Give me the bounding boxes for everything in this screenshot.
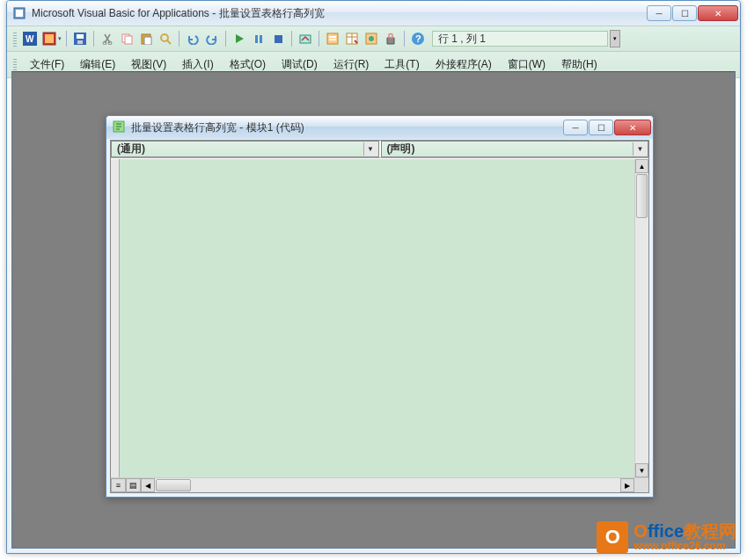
project-explorer-icon[interactable] bbox=[324, 30, 341, 47]
watermark-logo: O bbox=[597, 521, 628, 553]
vertical-scrollbar[interactable]: ▲ ▼ bbox=[634, 159, 648, 477]
margin-indicator-bar bbox=[111, 159, 120, 477]
watermark: O Office教程网 www.office26.com bbox=[597, 521, 736, 553]
app-icon bbox=[12, 6, 26, 20]
svg-rect-7 bbox=[77, 34, 84, 39]
chevron-down-icon[interactable]: ▼ bbox=[363, 142, 377, 156]
scroll-up-arrow-icon[interactable]: ▲ bbox=[635, 159, 648, 173]
main-window: Microsoft Visual Basic for Applications … bbox=[6, 0, 741, 554]
dropdown-arrow-icon[interactable]: ▾ bbox=[58, 35, 62, 42]
cut-icon[interactable] bbox=[99, 30, 116, 47]
scroll-corner bbox=[634, 478, 648, 492]
chevron-down-icon[interactable]: ▼ bbox=[633, 142, 647, 156]
module-icon bbox=[112, 120, 126, 136]
switch-app-icon[interactable] bbox=[40, 30, 58, 47]
toolbar: W ▾ ? 行 1 , 列 1 bbox=[7, 25, 740, 52]
code-text-area[interactable] bbox=[120, 159, 648, 477]
stop-icon[interactable] bbox=[269, 30, 287, 47]
undo-icon[interactable] bbox=[184, 30, 201, 47]
scroll-right-arrow-icon[interactable]: ▶ bbox=[620, 478, 634, 492]
scroll-left-arrow-icon[interactable]: ◀ bbox=[141, 478, 155, 492]
svg-line-16 bbox=[167, 40, 171, 44]
close-button[interactable]: ✕ bbox=[698, 5, 738, 21]
redo-icon[interactable] bbox=[203, 30, 221, 47]
code-maximize-button[interactable]: ☐ bbox=[589, 120, 613, 135]
full-module-view-button[interactable]: ▤ bbox=[126, 478, 141, 492]
scroll-thumb[interactable] bbox=[636, 174, 648, 218]
horizontal-scrollbar[interactable]: ◀ ▶ bbox=[141, 478, 648, 492]
svg-rect-1 bbox=[16, 10, 23, 17]
titlebar[interactable]: Microsoft Visual Basic for Applications … bbox=[7, 1, 740, 25]
svg-text:W: W bbox=[26, 34, 34, 44]
svg-rect-23 bbox=[329, 39, 336, 40]
scroll-down-arrow-icon[interactable]: ▼ bbox=[635, 463, 648, 477]
paste-icon[interactable] bbox=[137, 30, 155, 47]
code-close-button[interactable]: ✕ bbox=[614, 120, 651, 135]
copy-icon[interactable] bbox=[118, 30, 135, 47]
toolbar-options-dropdown[interactable]: ▾ bbox=[610, 30, 620, 47]
svg-rect-5 bbox=[45, 34, 54, 43]
code-editor[interactable] bbox=[111, 159, 648, 477]
svg-rect-22 bbox=[329, 36, 336, 38]
svg-rect-14 bbox=[144, 37, 151, 45]
code-body: (通用) ▼ (声明) ▼ ▲ ▼ bbox=[110, 140, 649, 493]
code-minimize-button[interactable]: ─ bbox=[563, 120, 588, 135]
object-combo[interactable]: (通用) ▼ bbox=[111, 141, 379, 157]
svg-text:?: ? bbox=[415, 33, 421, 44]
code-window-titlebar[interactable]: 批量设置表格行高列宽 - 模块1 (代码) ─ ☐ ✕ bbox=[106, 116, 653, 139]
svg-rect-19 bbox=[275, 35, 282, 43]
object-browser-icon[interactable] bbox=[363, 30, 380, 47]
scroll-thumb[interactable] bbox=[156, 479, 191, 491]
procedure-combo[interactable]: (声明) ▼ bbox=[381, 141, 649, 157]
svg-rect-8 bbox=[77, 40, 83, 44]
help-icon[interactable]: ? bbox=[409, 30, 427, 47]
toolbox-icon[interactable] bbox=[382, 30, 399, 47]
svg-rect-12 bbox=[125, 36, 132, 44]
watermark-url: www.office26.com bbox=[633, 541, 736, 552]
svg-point-28 bbox=[369, 36, 374, 41]
mdi-client-area: 批量设置表格行高列宽 - 模块1 (代码) ─ ☐ ✕ (通用) ▼ (声明) … bbox=[11, 71, 736, 549]
properties-icon[interactable] bbox=[343, 30, 361, 47]
word-icon[interactable]: W bbox=[21, 30, 39, 47]
window-title: Microsoft Visual Basic for Applications … bbox=[32, 6, 647, 21]
svg-rect-17 bbox=[255, 35, 258, 43]
menubar-grip[interactable] bbox=[13, 57, 17, 73]
toolbar-grip[interactable] bbox=[13, 31, 17, 47]
run-icon[interactable] bbox=[231, 30, 248, 47]
code-window: 批量设置表格行高列宽 - 模块1 (代码) ─ ☐ ✕ (通用) ▼ (声明) … bbox=[106, 115, 654, 498]
procedure-combo-value: (声明) bbox=[387, 142, 415, 156]
minimize-button[interactable]: ─ bbox=[647, 5, 671, 21]
procedure-view-button[interactable]: ≡ bbox=[111, 478, 126, 492]
pause-icon[interactable] bbox=[250, 30, 267, 47]
svg-point-15 bbox=[161, 34, 168, 41]
watermark-brand: Office教程网 bbox=[633, 521, 736, 541]
save-icon[interactable] bbox=[71, 30, 89, 47]
code-window-title: 批量设置表格行高列宽 - 模块1 (代码) bbox=[131, 120, 563, 135]
svg-rect-18 bbox=[260, 35, 262, 43]
find-icon[interactable] bbox=[157, 30, 174, 47]
position-indicator: 行 1 , 列 1 bbox=[432, 31, 608, 47]
design-mode-icon[interactable] bbox=[297, 30, 314, 47]
object-combo-value: (通用) bbox=[117, 142, 145, 156]
maximize-button[interactable]: ☐ bbox=[672, 5, 697, 21]
